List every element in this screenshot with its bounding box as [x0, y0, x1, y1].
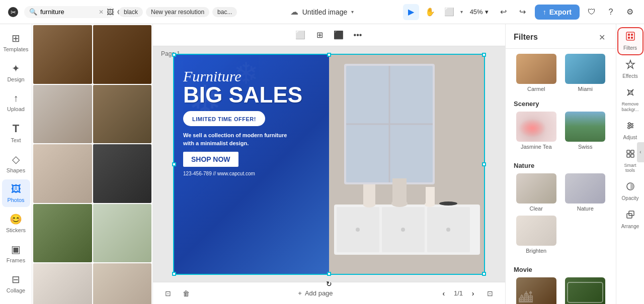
swiss-thumb [565, 112, 605, 142]
svg-rect-25 [568, 282, 603, 302]
undo-btn[interactable]: ↩ [496, 4, 512, 20]
frame-tool-btn[interactable]: ⬜ [441, 4, 457, 20]
media-item[interactable] [93, 25, 152, 84]
swiss-label: Swiss [578, 144, 593, 150]
image-search-icon[interactable]: 🖼 [107, 8, 114, 16]
clear-label: Clear [530, 206, 543, 212]
tag-new-year[interactable]: New year resolution [146, 7, 209, 17]
resize-canvas-btn[interactable]: ⬜ [292, 27, 308, 43]
media-item[interactable] [33, 263, 92, 304]
filter-carmel[interactable]: Carmel [514, 54, 559, 92]
prev-page-btn[interactable]: ‹ [438, 287, 450, 299]
canvas-wrapper: Page 1 ❄ ❄ ❄ [153, 46, 505, 282]
media-item[interactable] [93, 204, 152, 263]
tag-black[interactable]: black [119, 7, 143, 17]
media-item[interactable] [33, 204, 92, 263]
canvas-frame[interactable]: ❄ ❄ ❄ [173, 54, 485, 275]
title-dropdown-icon[interactable]: ▾ [351, 9, 354, 15]
search-input[interactable] [40, 8, 96, 16]
adjust-label: Adjust [623, 135, 637, 141]
canvas-bottom-bar: ⊡ 🗑 + Add page ‹ 1/1 › ⊡ [153, 282, 505, 304]
main-area: ⊞ Templates ✦ Design ↑ Upload T Text ◇ S… [0, 24, 644, 304]
collage-icon: ⊟ [12, 273, 20, 285]
frames-icon: ▣ [11, 243, 21, 255]
right-tool-arrange[interactable]: Arrange [618, 207, 642, 233]
svg-rect-18 [363, 184, 375, 206]
more-options-btn[interactable]: ••• [350, 27, 366, 43]
sidebar-item-stickers[interactable]: 😊 Stickers [2, 209, 30, 237]
media-item[interactable] [33, 85, 92, 144]
cloud-save-icon: ☁ [290, 7, 298, 17]
zoom-control[interactable]: 45% ▾ [466, 6, 493, 18]
filter-jasmine-tea[interactable]: Jasmine Tea [514, 112, 559, 150]
export-icon: ↑ [543, 8, 546, 16]
filter-clear[interactable]: Clear [514, 173, 559, 212]
filter-fast-furious[interactable]: Fast Furious [563, 277, 608, 304]
search-tags: black New year resolution bac... [119, 7, 237, 17]
movie-grid: 🏙 La La Land Fast Furious HOLLYW... Gree… [514, 277, 608, 304]
svg-rect-30 [628, 37, 630, 39]
filters-close-btn[interactable]: ✕ [596, 31, 608, 43]
sidebar-item-shapes[interactable]: ◇ Shapes [2, 149, 30, 177]
design-text-content: Furniture BIG SALES LIMITED TIME OFFER! … [183, 69, 329, 176]
sidebar-item-text[interactable]: T Text [2, 118, 30, 147]
media-item[interactable] [93, 144, 152, 203]
copy-page-btn[interactable]: ⊡ [161, 286, 175, 300]
svg-rect-22 [426, 187, 435, 206]
right-tool-filters[interactable]: Filters [618, 28, 642, 54]
svg-rect-29 [631, 34, 633, 36]
design-shop-btn: SHOP NOW [183, 152, 329, 167]
filter-swiss[interactable]: Swiss [563, 112, 608, 150]
right-tool-remove-bg[interactable]: Removebackgr... [618, 84, 642, 116]
shield-icon[interactable]: 🛡 [584, 4, 600, 20]
document-title[interactable]: Untitled image [302, 8, 348, 16]
help-icon[interactable]: ? [603, 4, 619, 20]
pointer-tool-btn[interactable]: ▶ [403, 4, 419, 20]
export-label: Export [549, 8, 572, 16]
sidebar-item-templates[interactable]: ⊞ Templates [2, 28, 30, 56]
sidebar-item-frames[interactable]: ▣ Frames [2, 239, 30, 267]
clear-search-icon[interactable]: ✕ [99, 9, 104, 16]
export-btn[interactable]: ↑ Export [535, 5, 580, 20]
svg-point-23 [439, 201, 457, 206]
layout-btn[interactable]: ⊞ [311, 27, 328, 43]
media-item[interactable] [33, 25, 92, 84]
sidebar-item-design[interactable]: ✦ Design [2, 58, 30, 86]
next-page-btn[interactable]: › [467, 287, 479, 299]
opacity-label: Opacity [622, 195, 639, 201]
fullscreen-btn[interactable]: ⊡ [483, 286, 497, 300]
bottom-left-tools: ⊡ 🗑 [161, 286, 193, 300]
clear-thumb [516, 173, 556, 204]
right-tool-opacity[interactable]: Opacity [618, 178, 642, 205]
movie-title: Movie [514, 266, 608, 273]
sidebar-item-collage[interactable]: ⊟ Collage [2, 269, 30, 297]
sidebar-item-more[interactable]: ••• [2, 299, 30, 304]
design-canvas: ❄ ❄ ❄ [173, 54, 485, 275]
hand-tool-btn[interactable]: ✋ [422, 4, 438, 20]
media-item[interactable] [93, 85, 152, 144]
smart-tools-icon [625, 149, 635, 161]
tag-more[interactable]: bac... [212, 7, 237, 17]
add-page-btn[interactable]: + Add page [294, 287, 337, 299]
sidebar-item-upload[interactable]: ↑ Upload [2, 88, 30, 116]
media-item[interactable] [93, 263, 152, 304]
page-counter: 1/1 [454, 289, 463, 297]
svg-text:🏙: 🏙 [519, 290, 533, 304]
right-tool-effects[interactable]: Effects [618, 56, 642, 82]
app-logo[interactable]: ✂ [6, 5, 20, 19]
delete-page-btn[interactable]: 🗑 [179, 286, 193, 300]
filter-miami[interactable]: Miami [563, 54, 608, 92]
arrange-icon [625, 210, 635, 222]
sidebar-item-photos[interactable]: 🖼 Photos [2, 179, 30, 207]
pages-btn[interactable]: ⬛ [331, 27, 347, 43]
svg-rect-40 [631, 150, 634, 153]
media-item[interactable] [33, 144, 92, 203]
redo-btn[interactable]: ↪ [515, 4, 531, 20]
svg-rect-42 [631, 154, 634, 157]
filter-brighten[interactable]: Brighten [514, 216, 559, 254]
filter-nature[interactable]: Nature [563, 173, 608, 212]
filter-la-la-land[interactable]: 🏙 La La Land [514, 277, 559, 304]
right-tool-adjust[interactable]: Adjust [618, 118, 642, 144]
sidebar-label-stickers: Stickers [6, 227, 26, 233]
settings-icon[interactable]: ⚙ [622, 4, 638, 20]
